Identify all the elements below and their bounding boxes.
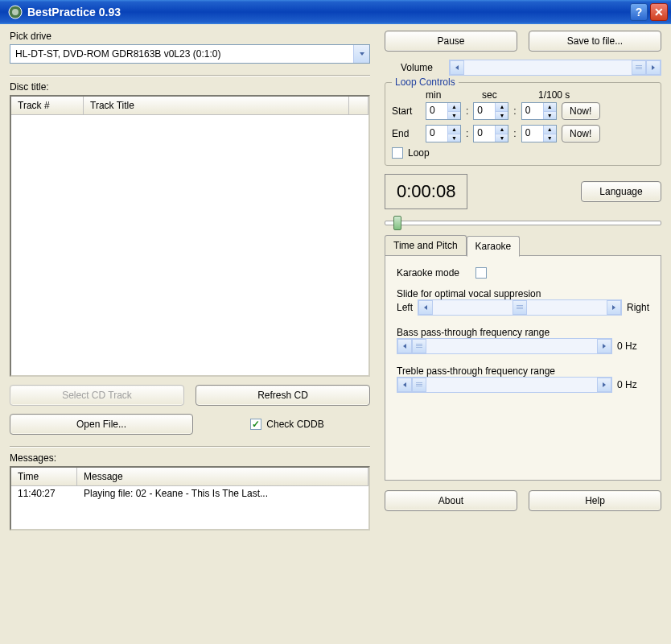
track-header-spacer [349,97,368,114]
list-item[interactable]: 11:40:27 Playing file: 02 - Keane - This… [11,486,368,501]
spinner-down-icon[interactable]: ▼ [447,112,460,120]
svg-point-1 [12,9,19,15]
treble-label: Treble pass-through frequency range [397,365,649,377]
time-display: 0:00:08 [385,174,467,209]
treble-slider[interactable] [397,377,612,393]
start-hs-spinner[interactable]: 0▲▼ [521,102,557,120]
end-label: End [392,128,421,139]
track-num-header[interactable]: Track # [11,97,84,114]
right-label: Right [627,302,649,313]
open-file-button[interactable]: Open File... [10,414,193,435]
hundredth-label: 1/100 s [538,89,578,101]
spinner-up-icon[interactable]: ▲ [543,103,556,112]
pick-drive-label: Pick drive [10,31,370,42]
arrow-right-icon[interactable] [607,300,621,315]
slider-thumb[interactable] [513,300,527,315]
disc-title-label: Disc title: [10,81,370,93]
arrow-right-icon[interactable] [646,60,661,75]
spinner-down-icon[interactable]: ▼ [447,134,460,142]
arrow-right-icon[interactable] [597,378,611,392]
min-label: min [426,89,466,101]
spinner-up-icon[interactable]: ▲ [447,126,460,134]
karaoke-mode-checkbox[interactable] [475,267,487,279]
bass-slider[interactable] [397,338,612,354]
sec-label: sec [482,89,522,101]
end-hs-spinner[interactable]: 0▲▼ [521,125,557,142]
arrow-left-icon[interactable] [397,378,412,392]
end-min-spinner[interactable]: 0▲▼ [426,125,461,142]
msg-text-value: Playing file: 02 - Keane - This Is The L… [77,488,368,499]
bass-value: 0 Hz [617,341,649,352]
start-label: Start [392,105,421,117]
check-cddb-checkbox[interactable] [250,419,261,430]
chevron-down-icon[interactable] [353,45,369,63]
language-button[interactable]: Language [581,181,661,202]
volume-label: Volume [401,62,441,73]
treble-value: 0 Hz [617,379,649,390]
arrow-right-icon[interactable] [597,339,611,353]
end-sec-spinner[interactable]: 0▲▼ [473,125,508,142]
left-label: Left [397,302,413,313]
loop-checkbox[interactable] [392,147,403,159]
app-icon [8,5,23,19]
slider-thumb[interactable] [412,378,426,392]
spinner-up-icon[interactable]: ▲ [447,103,460,112]
track-title-header[interactable]: Track Title [84,97,349,114]
save-to-file-button[interactable]: Save to file... [529,31,661,52]
karaoke-mode-label: Karaoke mode [397,267,459,279]
msg-time-value: 11:40:27 [11,488,77,499]
karaoke-panel: Karaoke mode Slide for optimal vocal sup… [385,255,661,481]
titlebar[interactable]: BestPractice 0.93 ? ✕ [0,0,671,24]
arrow-left-icon[interactable] [397,339,412,353]
arrow-left-icon[interactable] [418,300,433,315]
slider-thumb[interactable] [412,339,426,353]
spinner-down-icon[interactable]: ▼ [495,134,508,142]
track-listview[interactable]: Track # Track Title [10,95,370,377]
about-button[interactable]: About [385,490,517,511]
messages-label: Messages: [10,452,370,464]
spinner-up-icon[interactable]: ▲ [495,103,508,112]
select-cd-track-button: Select CD Track [10,385,184,406]
loop-controls-legend: Loop Controls [392,76,459,88]
close-button[interactable]: ✕ [650,3,668,21]
window-title: BestPractice 0.93 [27,6,630,19]
check-cddb-label: Check CDDB [266,419,323,430]
spinner-down-icon[interactable]: ▼ [543,112,556,120]
pause-button[interactable]: Pause [385,31,517,52]
spinner-down-icon[interactable]: ▼ [543,134,556,142]
help-button-footer[interactable]: Help [529,490,661,511]
msg-time-header[interactable]: Time [11,468,77,485]
drive-combo-value: HL-DT-ST, DVD-ROM GDR8163B v0L23 (0:1:0) [10,48,353,60]
start-now-button[interactable]: Now! [562,102,600,120]
help-button[interactable]: ? [630,3,648,21]
position-slider[interactable] [385,221,661,225]
volume-thumb[interactable] [632,60,646,75]
slide-label: Slide for optimal vocal suppresion [397,288,649,299]
start-min-spinner[interactable]: 0▲▼ [426,102,461,120]
spinner-up-icon[interactable]: ▲ [543,126,556,134]
start-sec-spinner[interactable]: 0▲▼ [473,102,508,120]
tab-time-and-pitch[interactable]: Time and Pitch [385,235,467,255]
volume-slider[interactable] [449,60,661,76]
bass-label: Bass pass-through frequency range [397,327,649,338]
loop-controls-group: Loop Controls min sec 1/100 s Start 0▲▼ … [385,82,661,166]
position-thumb[interactable] [393,216,401,230]
loop-checkbox-label: Loop [408,147,430,159]
drive-combo[interactable]: HL-DT-ST, DVD-ROM GDR8163B v0L23 (0:1:0) [10,44,370,64]
end-now-button[interactable]: Now! [562,125,600,142]
tab-karaoke[interactable]: Karaoke [467,236,521,257]
refresh-cd-button[interactable]: Refresh CD [196,385,370,406]
spinner-up-icon[interactable]: ▲ [495,126,508,134]
vocal-suppression-slider[interactable] [418,299,622,316]
messages-listview[interactable]: Time Message 11:40:27 Playing file: 02 -… [10,466,370,530]
msg-message-header[interactable]: Message [77,468,368,485]
arrow-left-icon[interactable] [450,60,464,75]
spinner-down-icon[interactable]: ▼ [495,112,508,120]
